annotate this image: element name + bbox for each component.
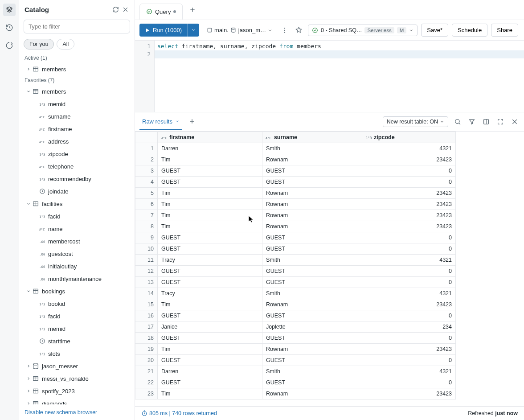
table-row[interactable]: 17JaniceJoplette234 xyxy=(135,321,456,333)
column-header[interactable]: AᴮCfirstname xyxy=(158,132,262,143)
kebab-menu-icon[interactable] xyxy=(279,25,290,36)
table-row[interactable]: 23TimRownam23423 xyxy=(135,388,456,399)
table-row[interactable]: 10GUESTGUEST0 xyxy=(135,243,456,255)
type-icon: 1²3 xyxy=(39,313,46,320)
tree-column[interactable]: 1²3facid xyxy=(19,310,135,322)
tree-node[interactable]: spotify_2023 xyxy=(19,385,135,397)
tree-column[interactable]: AᴮCaddress xyxy=(19,135,135,148)
table-row[interactable]: 13GUESTGUEST0 xyxy=(135,277,456,288)
tree-column[interactable]: AᴮCtelephone xyxy=(19,160,135,173)
table-row[interactable]: 3GUESTGUEST0 xyxy=(135,165,456,177)
table-row[interactable]: 22GUESTGUEST0 xyxy=(135,377,456,388)
share-button[interactable]: Share xyxy=(491,24,518,37)
save-button[interactable]: Save* xyxy=(421,24,448,37)
svg-point-33 xyxy=(313,28,318,33)
raw-results-tab[interactable]: Raw results xyxy=(139,114,182,130)
tree-node[interactable]: bookings xyxy=(19,285,135,297)
compute-picker[interactable]: 0 - Shared SQ… Serverless M xyxy=(308,25,418,36)
chip-for-you[interactable]: For you xyxy=(24,39,54,49)
run-button[interactable]: Run (1000) xyxy=(139,24,187,37)
results-tabbar: Raw results New result table: ON xyxy=(135,112,524,132)
tree-column[interactable]: starttime xyxy=(19,335,135,347)
table-row[interactable]: 14TracySmith4321 xyxy=(135,288,456,299)
context-picker[interactable]: main. jason_m… xyxy=(203,25,276,35)
table-row[interactable]: 5TimRownam23423 xyxy=(135,188,456,199)
panel-icon[interactable] xyxy=(481,117,491,127)
table-row[interactable]: 15TimRownam23423 xyxy=(135,299,456,310)
refresh-icon[interactable] xyxy=(111,4,120,14)
svg-rect-28 xyxy=(208,28,212,32)
tree-node[interactable]: diamonds xyxy=(19,397,135,404)
tree-node[interactable]: messi_vs_ronaldo xyxy=(19,372,135,385)
svg-text:1²3: 1²3 xyxy=(39,302,45,306)
tree-column[interactable]: 1²3memid xyxy=(19,98,135,110)
svg-rect-25 xyxy=(33,389,38,393)
column-header[interactable]: AᴮCsurname xyxy=(262,132,362,143)
catalog-rail-icon[interactable] xyxy=(3,4,16,16)
tree-node[interactable]: facilities xyxy=(19,198,135,210)
tree-column[interactable]: .00initialoutlay xyxy=(19,260,135,272)
tree-column[interactable]: AᴮCfirstname xyxy=(19,123,135,135)
tree-column[interactable]: 1²3bookid xyxy=(19,297,135,310)
close-results-icon[interactable] xyxy=(510,117,520,127)
column-header[interactable]: 1²3zipcode xyxy=(362,132,456,143)
tree-column[interactable]: .00guestcost xyxy=(19,247,135,260)
table-row[interactable]: 9GUESTGUEST0 xyxy=(135,232,456,243)
table-row[interactable]: 6TimRownam23423 xyxy=(135,199,456,210)
add-results-tab-button[interactable] xyxy=(188,118,196,126)
tree-node[interactable]: members xyxy=(19,63,135,75)
close-sidebar-icon[interactable] xyxy=(120,4,130,14)
tree-column[interactable]: 1²3recommendedby xyxy=(19,173,135,185)
svg-text:1²3: 1²3 xyxy=(39,177,45,181)
table-row[interactable]: 11TracySmith4321 xyxy=(135,255,456,266)
table-icon xyxy=(32,87,40,95)
db-icon xyxy=(32,362,40,370)
table-row[interactable]: 18GUESTGUEST0 xyxy=(135,333,456,344)
table-row[interactable]: 4GUESTGUEST0 xyxy=(135,177,456,188)
table-row[interactable]: 12GUESTGUEST0 xyxy=(135,266,456,277)
type-icon: .00 xyxy=(39,275,46,282)
results-grid[interactable]: AᴮCfirstnameAᴮCsurname1²3zipcode 1Darren… xyxy=(135,132,524,406)
table-icon xyxy=(32,387,40,395)
tree-node[interactable]: members xyxy=(19,85,135,98)
table-row[interactable]: 20GUESTGUEST0 xyxy=(135,355,456,366)
table-row[interactable]: 19TimRownam23423 xyxy=(135,344,456,355)
tab-query[interactable]: Query xyxy=(139,4,183,20)
history-rail-icon[interactable] xyxy=(3,21,16,34)
type-icon xyxy=(39,338,46,345)
filter-input[interactable] xyxy=(24,20,130,33)
tree-column[interactable]: 1²3zipcode xyxy=(19,148,135,160)
tree-column[interactable]: 1²3facid xyxy=(19,210,135,222)
filter-icon[interactable] xyxy=(467,117,477,127)
tree-column[interactable]: 1²3memid xyxy=(19,322,135,335)
tree-column[interactable]: .00membercost xyxy=(19,235,135,247)
svg-point-32 xyxy=(284,32,285,33)
search-results-icon[interactable] xyxy=(453,117,463,127)
tree-node[interactable]: jason_messer xyxy=(19,360,135,372)
tree-column[interactable]: joindate xyxy=(19,185,135,198)
tree-column[interactable]: AᴮCsurname xyxy=(19,110,135,123)
new-result-table-toggle[interactable]: New result table: ON xyxy=(383,116,448,127)
tree-column[interactable]: 1²3slots xyxy=(19,347,135,360)
tree-column[interactable]: .00monthlymaintenance xyxy=(19,272,135,285)
sql-editor[interactable]: 12 select firstname, surname, zipcode fr… xyxy=(135,41,524,112)
svg-rect-10 xyxy=(33,202,38,206)
expand-icon[interactable] xyxy=(495,117,505,127)
table-row[interactable]: 2TimRownam23423 xyxy=(135,154,456,165)
run-dropdown-button[interactable] xyxy=(187,24,199,37)
tree-column[interactable]: AᴮCname xyxy=(19,222,135,235)
table-row[interactable]: 7TimRownam23423 xyxy=(135,210,456,221)
table-row[interactable]: 21DarrenSmith4321 xyxy=(135,366,456,377)
type-icon: AᴮC xyxy=(39,225,46,232)
disable-schema-browser-link[interactable]: Disable new schema browser xyxy=(25,409,97,416)
chip-all[interactable]: All xyxy=(57,39,74,49)
table-row[interactable]: 1DarrenSmith4321 xyxy=(135,143,456,154)
schedule-button[interactable]: Schedule xyxy=(452,24,487,37)
table-row[interactable]: 16GUESTGUEST0 xyxy=(135,310,456,321)
svg-rect-0 xyxy=(33,67,38,71)
assistant-rail-icon[interactable] xyxy=(3,39,16,52)
star-icon[interactable] xyxy=(294,25,304,36)
table-row[interactable]: 8TimRownam23423 xyxy=(135,221,456,232)
svg-point-23 xyxy=(33,363,38,365)
add-tab-button[interactable] xyxy=(187,4,198,15)
